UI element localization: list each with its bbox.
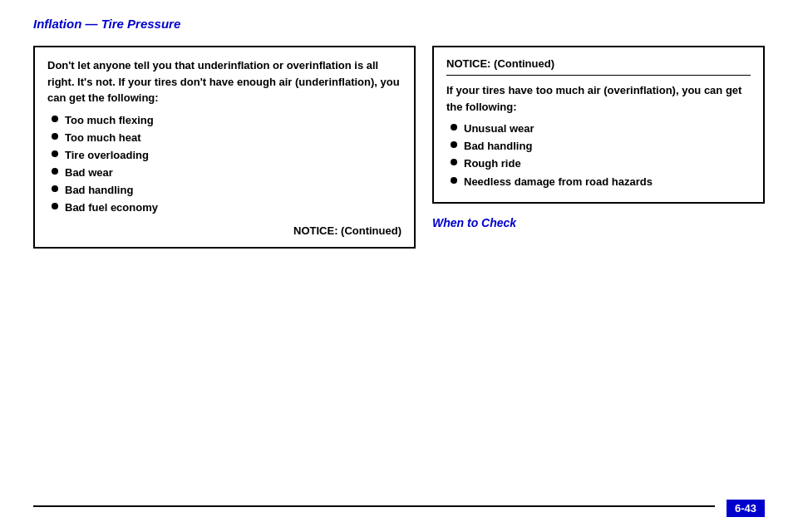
list-item-label: Rough ride — [464, 156, 521, 171]
list-item-label: Unusual wear — [464, 121, 534, 136]
overinflation-list: Unusual wear Bad handling Rough ride Nee… — [446, 121, 751, 190]
list-item: Tire overloading — [52, 148, 401, 163]
bullet-icon — [451, 124, 457, 131]
list-item-label: Bad fuel economy — [65, 200, 158, 215]
list-item: Bad handling — [451, 139, 751, 154]
bullet-icon — [52, 116, 58, 122]
bullet-icon — [52, 168, 58, 175]
bullet-icon — [52, 185, 58, 192]
right-column: NOTICE: (Continued) If your tires have t… — [432, 46, 765, 236]
list-item: Bad fuel economy — [52, 200, 401, 215]
list-item-label: Bad handling — [464, 139, 532, 154]
list-item-label: Too much flexing — [65, 113, 154, 128]
bullet-icon — [451, 141, 457, 148]
page-container: Inflation — Tire Pressure Don't let anyo… — [0, 0, 798, 532]
bullet-icon — [451, 177, 457, 184]
list-item-label: Too much heat — [65, 131, 140, 145]
page-number: 6-43 — [727, 500, 765, 517]
list-item-label: Bad handling — [65, 183, 133, 198]
left-column: Don't let anyone tell you that underinfl… — [33, 46, 416, 257]
notice-intro-text: Don't let anyone tell you that underinfl… — [47, 57, 401, 106]
underinflation-list: Too much flexing Too much heat Tire over… — [47, 113, 401, 216]
notice-continued-header: NOTICE: (Continued) — [446, 57, 751, 76]
list-item: Bad handling — [52, 183, 401, 198]
bottom-divider — [33, 505, 715, 507]
notice-continued-label: NOTICE: (Continued) — [47, 224, 401, 237]
bullet-icon — [451, 159, 457, 165]
list-item: Too much flexing — [52, 113, 401, 128]
list-item: Bad wear — [52, 165, 401, 180]
underinflation-notice-box: Don't let anyone tell you that underinfl… — [33, 46, 416, 249]
list-item: Unusual wear — [451, 121, 751, 136]
bullet-icon — [52, 203, 58, 209]
overinflation-notice-box: NOTICE: (Continued) If your tires have t… — [432, 46, 765, 204]
list-item-label: Tire overloading — [65, 148, 149, 163]
page-title: Inflation — Tire Pressure — [33, 17, 765, 31]
list-item: Too much heat — [52, 131, 401, 145]
bullet-icon — [52, 133, 58, 140]
bullet-icon — [52, 150, 58, 157]
list-item: Rough ride — [451, 156, 751, 171]
list-item: Needless damage from road hazards — [451, 175, 751, 190]
list-item-label: Needless damage from road hazards — [464, 175, 653, 190]
list-item-label: Bad wear — [65, 165, 113, 180]
overinflation-intro: If your tires have too much air (overinf… — [446, 82, 751, 115]
when-to-check-title: When to Check — [432, 216, 765, 229]
